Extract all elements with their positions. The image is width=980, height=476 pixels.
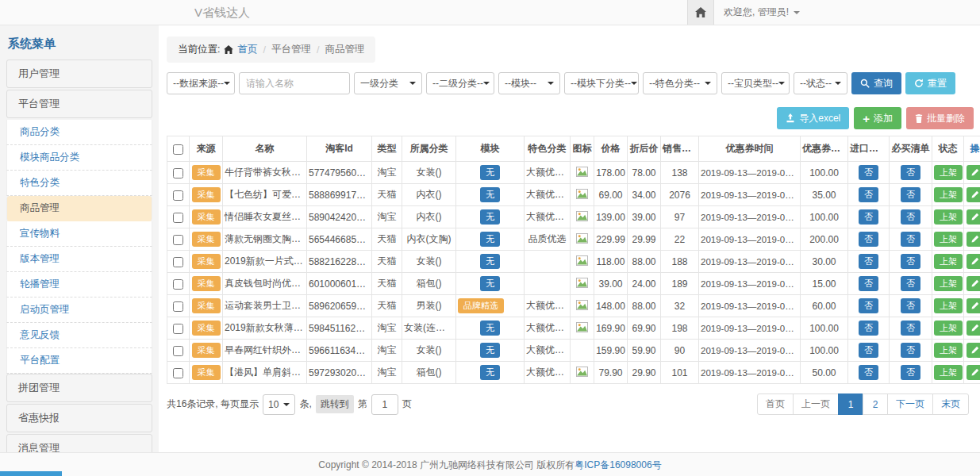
status-toggle[interactable]: 上架 (934, 187, 963, 202)
edit-button[interactable] (967, 298, 980, 313)
filter-select-data-source[interactable]: --数据来源-- (167, 72, 235, 94)
row-checkbox[interactable] (173, 213, 183, 223)
column-header[interactable]: 操作 (964, 136, 980, 162)
import-select-toggle[interactable]: 否 (859, 232, 878, 246)
sidebar-item-5[interactable]: 商品管理 (6, 196, 152, 221)
icp-link[interactable]: 粤ICP备16098006号 (575, 459, 661, 470)
reset-button[interactable]: 重置 (905, 72, 955, 94)
sidebar-item-0[interactable]: 用户管理 (6, 60, 152, 88)
sidebar-item-10[interactable]: 意见反馈 (6, 323, 152, 348)
row-checkbox[interactable] (173, 257, 183, 267)
page-button-末页[interactable]: 末页 (932, 393, 969, 415)
must-buy-toggle[interactable]: 否 (901, 343, 920, 357)
filter-select-module[interactable]: --模块-- (498, 72, 560, 94)
page-size-select[interactable]: 10 (263, 394, 295, 415)
status-toggle[interactable]: 上架 (934, 298, 963, 313)
page-button-下一页[interactable]: 下一页 (887, 393, 933, 415)
row-checkbox-cell[interactable] (167, 317, 190, 340)
edit-button[interactable] (967, 365, 980, 380)
edit-button[interactable] (967, 343, 980, 358)
sidebar-item-14[interactable]: 消息管理 (6, 434, 152, 452)
page-button-上一页[interactable]: 上一页 (793, 393, 839, 415)
must-buy-toggle[interactable]: 否 (901, 209, 920, 224)
edit-button[interactable] (967, 276, 980, 291)
status-toggle[interactable]: 上架 (934, 254, 963, 268)
edit-button[interactable] (967, 232, 980, 247)
sidebar-item-7[interactable]: 版本管理 (6, 247, 152, 272)
row-checkbox[interactable] (173, 324, 183, 334)
filter-select-special-category[interactable]: --特色分类-- (643, 72, 717, 94)
page-button-1[interactable]: 1 (838, 393, 863, 415)
filter-select-module-subcategory[interactable]: --模块下分类-- (564, 72, 639, 94)
import-select-toggle[interactable]: 否 (859, 343, 878, 357)
import-select-toggle[interactable]: 否 (859, 276, 878, 290)
status-toggle[interactable]: 上架 (934, 321, 963, 335)
filter-select-status[interactable]: --状态-- (794, 72, 847, 94)
row-checkbox-cell[interactable] (167, 295, 190, 317)
import-select-toggle[interactable]: 否 (859, 254, 878, 268)
row-checkbox[interactable] (173, 190, 183, 201)
row-checkbox-cell[interactable] (167, 184, 190, 206)
edit-button[interactable] (967, 321, 980, 336)
add-button[interactable]: + 添加 (854, 107, 901, 129)
edit-button[interactable] (967, 187, 980, 202)
row-checkbox[interactable] (173, 235, 183, 245)
import-select-toggle[interactable]: 否 (859, 209, 878, 224)
status-toggle[interactable]: 上架 (934, 209, 963, 224)
row-checkbox-cell[interactable] (167, 340, 190, 362)
row-checkbox-cell[interactable] (167, 162, 190, 184)
row-checkbox[interactable] (173, 301, 183, 312)
breadcrumb-home-link[interactable]: 首页 (237, 43, 257, 56)
sidebar-item-12[interactable]: 拼团管理 (6, 374, 152, 402)
must-buy-toggle[interactable]: 否 (901, 298, 920, 313)
sidebar-item-13[interactable]: 省惠快报 (6, 404, 152, 432)
status-toggle[interactable]: 上架 (934, 365, 963, 379)
must-buy-toggle[interactable]: 否 (901, 365, 920, 379)
must-buy-toggle[interactable]: 否 (901, 276, 920, 290)
sidebar-item-2[interactable]: 商品分类 (6, 120, 152, 145)
row-checkbox-cell[interactable] (167, 228, 190, 251)
sidebar-item-11[interactable]: 平台配置 (6, 348, 152, 374)
import-select-toggle[interactable]: 否 (859, 187, 878, 202)
must-buy-toggle[interactable]: 否 (901, 254, 920, 268)
row-checkbox-cell[interactable] (167, 251, 190, 273)
status-toggle[interactable]: 上架 (934, 165, 963, 179)
page-button-首页[interactable]: 首页 (757, 393, 794, 415)
row-checkbox-cell[interactable] (167, 273, 190, 295)
sidebar-item-3[interactable]: 模块商品分类 (6, 145, 152, 171)
import-select-toggle[interactable]: 否 (859, 165, 878, 179)
import-excel-button[interactable]: 导入excel (777, 107, 849, 129)
row-checkbox[interactable] (173, 346, 183, 356)
status-toggle[interactable]: 上架 (934, 276, 963, 290)
must-buy-toggle[interactable]: 否 (901, 321, 920, 335)
must-buy-toggle[interactable]: 否 (901, 232, 920, 246)
status-toggle[interactable]: 上架 (934, 232, 963, 246)
sidebar-item-1[interactable]: 平台管理 (6, 90, 152, 118)
batch-delete-button[interactable]: 批量删除 (906, 107, 974, 129)
page-button-2[interactable]: 2 (863, 393, 888, 415)
sidebar-item-9[interactable]: 启动页管理 (6, 298, 152, 323)
sidebar-item-8[interactable]: 轮播管理 (6, 272, 152, 298)
jump-to-label[interactable]: 跳转到 (316, 395, 354, 413)
filter-select-item-type[interactable]: --宝贝类型-- (721, 72, 790, 94)
user-menu[interactable]: 欢迎您, 管理员! (714, 0, 809, 25)
filter-name-input[interactable] (239, 72, 350, 94)
must-buy-toggle[interactable]: 否 (901, 165, 920, 179)
filter-select-level2-category[interactable]: --二级分类-- (426, 72, 494, 94)
row-checkbox[interactable] (173, 279, 183, 290)
row-checkbox[interactable] (173, 168, 183, 178)
filter-select-level1-category[interactable]: 一级分类 (354, 72, 422, 94)
edit-button[interactable] (967, 165, 980, 180)
row-checkbox-cell[interactable] (167, 362, 190, 384)
must-buy-toggle[interactable]: 否 (901, 187, 920, 202)
status-toggle[interactable]: 上架 (934, 343, 963, 357)
row-checkbox-cell[interactable] (167, 206, 190, 228)
edit-button[interactable] (967, 254, 980, 269)
import-select-toggle[interactable]: 否 (859, 321, 878, 335)
import-select-toggle[interactable]: 否 (859, 365, 878, 379)
import-select-toggle[interactable]: 否 (859, 298, 878, 313)
select-all-checkbox[interactable] (173, 144, 183, 155)
home-button[interactable] (687, 0, 714, 25)
search-button[interactable]: 查询 (851, 72, 901, 94)
sidebar-item-6[interactable]: 宣传物料 (6, 221, 152, 247)
